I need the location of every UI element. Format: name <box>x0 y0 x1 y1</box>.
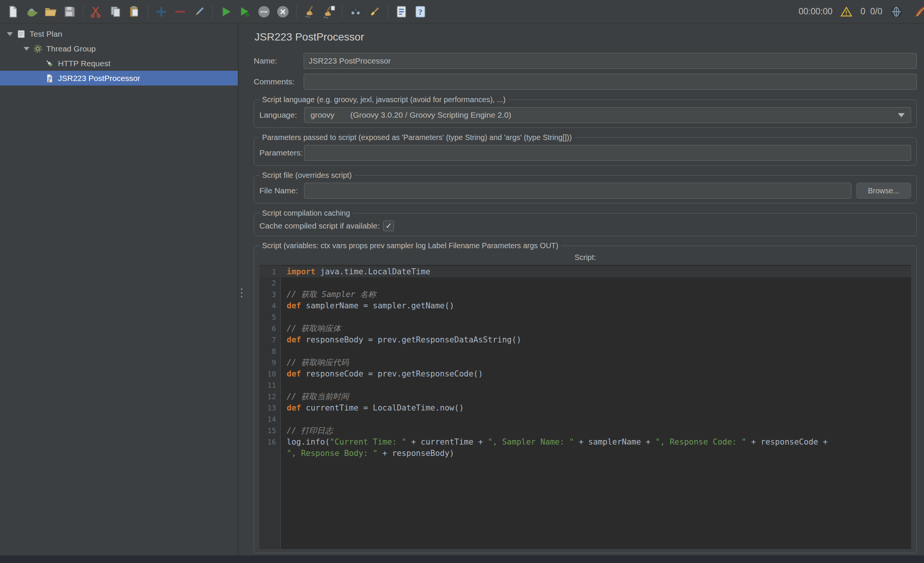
splitter-grip-icon[interactable] <box>241 288 242 297</box>
reset-search-icon[interactable] <box>365 3 384 21</box>
test-plan-tree: Test Plan Thread Group HTTP Request JSR2… <box>0 23 239 555</box>
main-toolbar: STOP ? 00:00:00 0 0/0 <box>0 0 924 23</box>
code-line[interactable]: 14 <box>259 414 911 425</box>
code-line[interactable]: 4def samplerName = sampler.getName() <box>259 300 911 311</box>
line-number: 7 <box>259 334 281 345</box>
thread-count: 0/0 <box>870 6 882 17</box>
language-detail: (Groovy 3.0.20 / Groovy Scripting Engine… <box>350 110 511 120</box>
comments-row: Comments: <box>254 74 917 90</box>
new-plan-icon[interactable] <box>4 3 22 21</box>
language-label: Language: <box>259 110 304 120</box>
script-legend: Script (variables: ctx vars props prev s… <box>259 241 561 250</box>
http-request-icon <box>45 59 55 68</box>
file-name-input[interactable] <box>304 183 851 199</box>
code-line[interactable]: 3// 获取 Sampler 名称 <box>259 289 911 300</box>
line-content: log.info("Current Time: " + currentTime … <box>281 436 911 459</box>
code-line[interactable]: 15// 打印日志 <box>259 425 911 436</box>
code-line[interactable]: 11 <box>259 379 911 391</box>
code-lines: 1import java.time.LocalDateTime23// 获取 S… <box>259 265 911 459</box>
cut-icon[interactable] <box>87 3 106 21</box>
tree-item-label: HTTP Request <box>58 59 111 68</box>
name-input[interactable] <box>304 53 917 69</box>
parameters-input[interactable] <box>304 145 911 161</box>
line-number: 6 <box>259 323 281 334</box>
reset-gui-icon[interactable] <box>190 3 208 21</box>
code-line[interactable]: 7def responseBody = prev.getResponseData… <box>259 334 911 345</box>
test-plan-icon <box>16 29 26 39</box>
svg-text:STOP: STOP <box>260 10 268 14</box>
tree-item-http-request[interactable]: HTTP Request <box>0 56 238 71</box>
toolbar-status-cluster: 00:00:00 0 0/0 <box>799 3 920 21</box>
script-editor[interactable]: 1import java.time.LocalDateTime23// 获取 S… <box>259 265 911 549</box>
help-icon[interactable]: ? <box>411 3 429 21</box>
collapse-arrow-icon[interactable] <box>7 32 13 36</box>
code-line[interactable]: 1import java.time.LocalDateTime <box>259 266 911 277</box>
language-fieldset: Script language (e.g. groovy, jexl, java… <box>254 95 917 128</box>
tree-item-thread-group[interactable]: Thread Group <box>0 41 238 56</box>
remove-element-icon[interactable] <box>171 3 189 21</box>
line-number: 5 <box>259 311 281 323</box>
script-file-legend: Script file (overrides script) <box>259 171 354 180</box>
line-content: import java.time.LocalDateTime <box>281 266 911 277</box>
line-content: // 获取当前时间 <box>281 391 911 402</box>
code-line[interactable]: 9// 获取响应代码 <box>259 357 911 368</box>
templates-icon[interactable] <box>23 3 41 21</box>
line-number: 10 <box>259 368 281 379</box>
tree-item-jsr223-postprocessor[interactable]: JSR223 PostProcessor <box>0 71 238 86</box>
comments-input[interactable] <box>304 74 917 90</box>
language-select[interactable]: groovy (Groovy 3.0.20 / Groovy Scripting… <box>304 107 911 123</box>
caching-fieldset: Script compilation caching Cache compile… <box>254 209 917 236</box>
script-file-fieldset: Script file (overrides script) File Name… <box>254 171 917 204</box>
line-number: 9 <box>259 357 281 368</box>
browse-button[interactable]: Browse... <box>856 183 911 199</box>
code-line[interactable]: 6// 获取响应体 <box>259 323 911 334</box>
tree-main-splitter[interactable] <box>239 23 245 555</box>
code-line[interactable]: 12// 获取当前时间 <box>259 391 911 402</box>
start-no-timers-icon[interactable] <box>236 3 254 21</box>
function-helper-icon[interactable] <box>392 3 410 21</box>
copy-icon[interactable] <box>106 3 125 21</box>
code-line[interactable]: 2 <box>259 277 911 289</box>
line-content: // 获取 Sampler 名称 <box>281 289 911 300</box>
line-number: 3 <box>259 289 281 300</box>
stop-icon[interactable]: STOP <box>255 3 273 21</box>
add-element-icon[interactable] <box>152 3 170 21</box>
line-content <box>281 277 911 289</box>
toolbar-separator <box>296 5 297 18</box>
code-line[interactable]: 13def currentTime = LocalDateTime.now() <box>259 402 911 414</box>
collapse-arrow-icon[interactable] <box>23 47 30 51</box>
line-number: 12 <box>259 391 281 402</box>
line-number: 4 <box>259 300 281 311</box>
svg-text:?: ? <box>418 8 422 16</box>
remote-globe-icon[interactable] <box>887 3 905 21</box>
code-line[interactable]: 8 <box>259 345 911 357</box>
clear-icon[interactable] <box>301 3 319 21</box>
shutdown-icon[interactable] <box>274 3 292 21</box>
warning-indicator-icon[interactable] <box>837 3 855 21</box>
toolbar-separator <box>212 5 213 18</box>
tree-item-test-plan[interactable]: Test Plan <box>0 26 238 41</box>
cache-label: Cache compiled script if available: <box>259 221 379 230</box>
tree-item-label: JSR223 PostProcessor <box>58 74 140 83</box>
save-icon[interactable] <box>61 3 79 21</box>
clear-all-icon[interactable] <box>320 3 338 21</box>
code-line[interactable]: 10def responseCode = prev.getResponseCod… <box>259 368 911 379</box>
code-line[interactable]: 5 <box>259 311 911 323</box>
line-number: 16 <box>259 436 281 459</box>
paste-icon[interactable] <box>125 3 144 21</box>
cache-checkbox[interactable]: ✓ <box>383 221 394 231</box>
line-content <box>281 414 911 425</box>
line-number: 14 <box>259 414 281 425</box>
search-icon[interactable] <box>346 3 365 21</box>
window-body: Test Plan Thread Group HTTP Request JSR2… <box>0 23 924 555</box>
line-content: def samplerName = sampler.getName() <box>281 300 911 311</box>
name-label: Name: <box>254 56 304 65</box>
parameters-legend: Parameters passed to script (exposed as … <box>259 133 574 142</box>
line-number: 2 <box>259 277 281 289</box>
line-number: 1 <box>259 266 281 277</box>
line-content <box>281 379 911 391</box>
jmeter-logo-icon <box>910 3 924 21</box>
open-file-icon[interactable] <box>42 3 60 21</box>
start-icon[interactable] <box>217 3 235 21</box>
code-line[interactable]: 16log.info("Current Time: " + currentTim… <box>259 436 911 459</box>
